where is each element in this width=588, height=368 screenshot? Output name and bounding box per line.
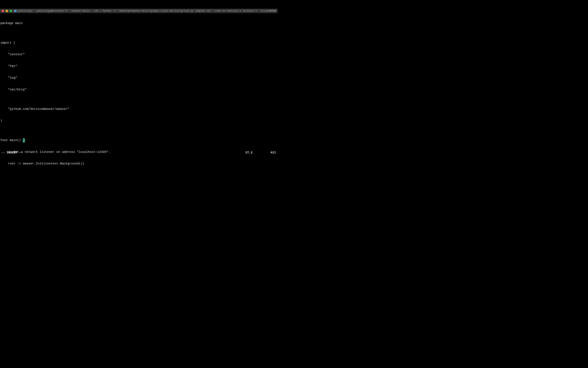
code-line: package main (0, 21, 278, 25)
matching-brace-open: { (23, 138, 25, 142)
code-line: "context" (0, 53, 278, 57)
code-line: import ( (0, 41, 278, 45)
code-line: "net/http" (0, 88, 278, 92)
vim-status-bar: -- INSERT -- 27,2 All (0, 151, 278, 154)
terminal-dimensions: — 143×3 (266, 9, 276, 12)
cursor-position: 27,2 (245, 151, 253, 154)
code-line: "fmt" (0, 64, 278, 68)
code-line: opts := weaver.ListenerOptions{LocalAddr… (0, 174, 278, 174)
code-text: func main() (0, 138, 23, 142)
window-titlebar: pabloinigo — pabloinigo@instance-3: ~/we… (0, 9, 278, 13)
code-line: func main() { (0, 138, 278, 142)
code-line: root := weaver.Init(context.Background()… (0, 162, 278, 166)
minimize-window-button[interactable] (6, 10, 8, 12)
code-line: ) (0, 119, 278, 123)
folder-icon (14, 10, 17, 12)
close-window-button[interactable] (2, 10, 4, 12)
window-title: pabloinigo — pabloinigo@instance-3: ~/we… (18, 9, 276, 12)
scroll-position: All (271, 151, 276, 154)
code-line: "github.com/ServiceWeaver/weaver" (0, 107, 278, 111)
traffic-lights (2, 10, 12, 12)
vim-mode-indicator: -- INSERT -- (1, 151, 23, 154)
code-line: "log" (0, 76, 278, 80)
maximize-window-button[interactable] (9, 10, 12, 12)
editor-viewport[interactable]: package main import ( "context" "fmt" "l… (0, 13, 278, 174)
